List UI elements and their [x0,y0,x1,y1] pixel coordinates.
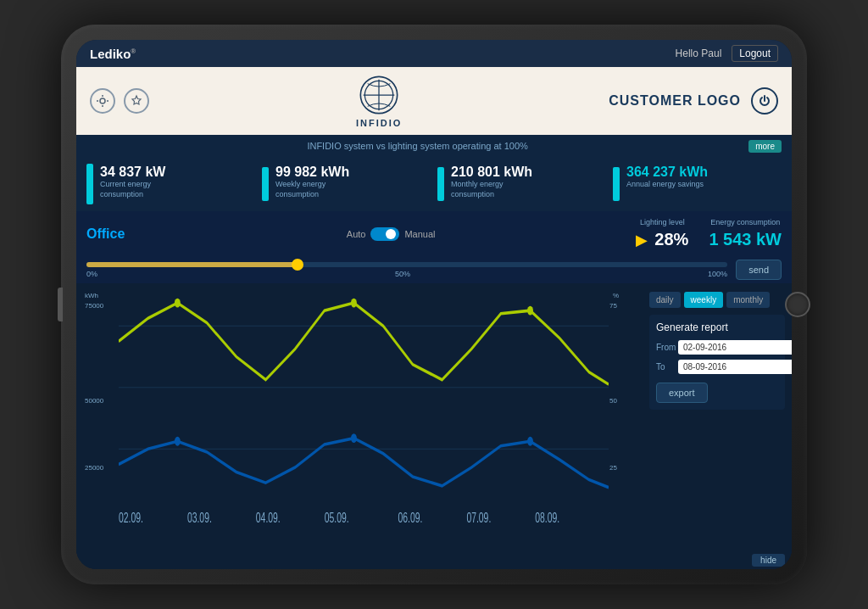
app-title: Lediko® [90,47,136,61]
slider-thumb[interactable] [292,259,303,271]
svg-text:05.09.: 05.09. [325,511,349,526]
svg-point-17 [527,437,533,446]
daily-button[interactable]: daily [649,292,681,308]
report-to-row: To [656,360,778,374]
slider-fill [86,262,298,267]
info-text: INFIDIO system vs lighting system operat… [86,141,748,151]
time-buttons: daily weekly monthly [649,292,785,308]
svg-point-13 [351,299,357,308]
lighting-percent-value: 28% [654,230,688,249]
stat-bar-icon-2 [262,167,269,201]
stat-bar-icon-4 [613,167,620,201]
energy-kw-value: 1 543 kW [709,230,782,249]
svg-text:03.09.: 03.09. [187,511,212,526]
bottom-bar: hide [76,551,792,569]
to-label: To [656,362,673,372]
auto-manual-toggle: Auto Manual [154,227,627,241]
stat-bar-icon-1 [86,164,93,204]
lighting-level-label: Lighting level [640,218,685,226]
chart-tick-pct-75: 75 [609,302,617,310]
header-icons [90,88,149,114]
svg-text:04.09.: 04.09. [256,511,281,526]
brand-logo [358,74,400,116]
customer-logo-text: CUSTOMER LOGO [609,93,741,109]
tablet: Lediko® Hello Paul Logout [61,25,807,584]
chart-tick-pct-25: 25 [609,464,617,472]
chart-y-label-kwh: kWh [85,292,98,299]
energy-consumption-label: Energy consumption [710,218,780,226]
stat-label-2: Weekly energy consumption [275,180,360,199]
slider-track [86,262,727,267]
stat-value-3: 210 801 kWh [451,164,536,180]
slider-max-label: 100% [708,270,727,278]
stat-value-1: 34 837 kW [100,164,185,180]
lighting-level-block: Lighting level ▶ 28% [636,218,688,249]
stat-current-energy: 34 837 kW Current energy consumption [86,164,255,204]
svg-point-0 [100,98,105,103]
chart-area: kWh 75000 50000 25000 75 50 25 % [76,283,792,551]
slider-labels: 0% 50% 100% [86,270,727,278]
header-area: INFIDIO CUSTOMER LOGO [76,67,792,135]
export-button[interactable]: export [656,383,708,403]
report-title: Generate report [656,321,778,333]
chart-tick-pct-50: 50 [609,397,617,405]
monthly-button[interactable]: monthly [726,292,770,308]
chart-y-label-pct: % [613,292,619,299]
settings-icon-2[interactable] [124,88,149,114]
stat-annual-savings: 364 237 kWh Annual energy savings [613,164,782,204]
stat-label-4: Annual energy savings [626,180,708,190]
svg-text:06.09.: 06.09. [398,511,422,526]
send-button[interactable]: send [736,260,782,280]
play-icon: ▶ [636,231,648,249]
logout-button[interactable]: Logout [732,45,778,62]
right-panel: daily weekly monthly Generate report Fro… [649,288,785,546]
settings-icon-1[interactable] [90,88,115,114]
toggle-switch[interactable] [370,227,399,241]
chart-container: kWh 75000 50000 25000 75 50 25 % [83,288,643,546]
stat-label-3: Monthly energy consumption [451,180,536,199]
hide-button[interactable]: hide [752,554,785,567]
dashboard: INFIDIO system vs lighting system operat… [76,135,792,569]
svg-point-3 [97,100,98,102]
svg-point-2 [102,105,103,107]
to-date-input[interactable] [678,360,792,374]
svg-point-16 [351,433,357,443]
svg-point-12 [175,299,181,308]
chart-tick-25000: 25000 [85,464,103,472]
power-button[interactable] [751,87,778,115]
svg-point-4 [107,100,108,102]
stats-row: 34 837 kW Current energy consumption 99 … [76,157,792,211]
report-from-row: From [656,340,778,355]
office-label: Office [86,226,146,242]
svg-point-15 [175,437,181,446]
tablet-home-button[interactable] [785,292,810,317]
more-button[interactable]: more [748,140,782,153]
stat-value-2: 99 982 kWh [275,164,360,180]
customer-logo-area: CUSTOMER LOGO [609,87,778,115]
control-row: Office Auto Manual Lighting level ▶ 28% [76,211,792,256]
stat-label-1: Current energy consumption [100,180,185,199]
top-bar: Lediko® Hello Paul Logout [76,40,792,67]
brand-name: INFIDIO [356,118,402,128]
svg-text:02.09.: 02.09. [119,511,143,526]
stat-monthly-energy: 210 801 kWh Monthly energy consumption [437,164,606,204]
svg-point-1 [102,95,103,97]
from-date-input[interactable] [678,340,792,355]
chart-tick-50000: 50000 [85,397,103,405]
top-right-area: Hello Paul Logout [676,45,778,62]
svg-point-14 [527,306,533,316]
slider-min-label: 0% [86,270,97,278]
energy-consumption-block: Energy consumption 1 543 kW [709,218,782,249]
svg-text:07.09.: 07.09. [466,511,491,526]
greeting-text: Hello Paul [676,47,722,59]
tablet-screen: Lediko® Hello Paul Logout [76,40,792,569]
lighting-level-row: ▶ 28% [636,230,688,249]
chart-svg: 02.09. 03.09. 04.09. 05.09. 06.09. 07.09… [83,288,643,546]
generate-report-panel: Generate report From To export [649,315,785,410]
weekly-button[interactable]: weekly [684,292,724,308]
brand-center: INFIDIO [149,74,609,128]
from-label: From [656,343,673,352]
slider-row: 0% 50% 100% send [76,256,792,283]
chart-tick-75000: 75000 [85,302,103,310]
manual-label: Manual [404,229,435,239]
